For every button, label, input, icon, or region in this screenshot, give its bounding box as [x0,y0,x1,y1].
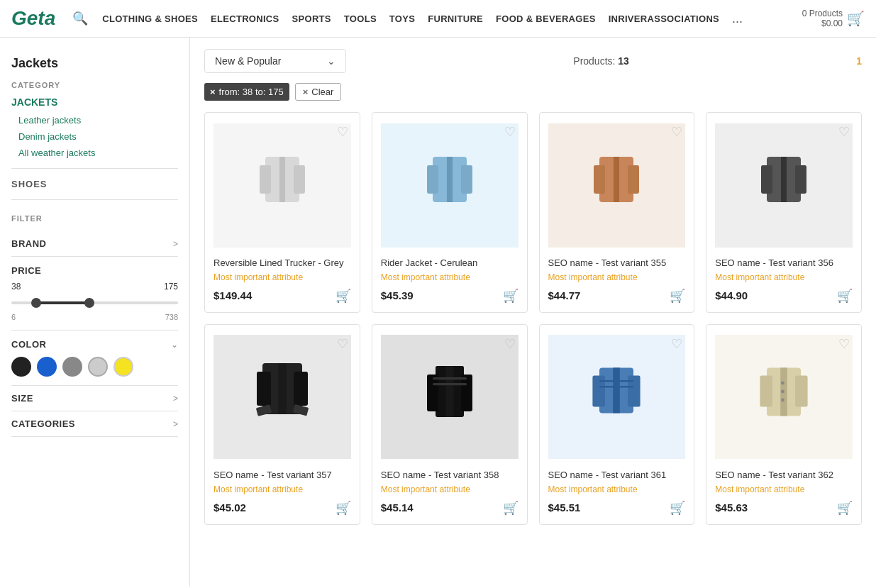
wishlist-button-p1[interactable]: ♡ [337,124,348,140]
product-footer-p6: $45.14 🛒 [381,500,519,516]
product-name-p1: Reversible Lined Trucker - Grey [214,257,351,270]
add-to-cart-button-p6[interactable]: 🛒 [503,500,519,516]
product-image-area-p5: ♡ [214,333,351,461]
sidebar-item-all-weather-jackets[interactable]: All weather jackets [11,148,178,158]
color-swatch-yellow[interactable] [113,357,133,377]
product-grid: ♡ Reversible Lined Trucker - Grey Most i… [204,112,862,525]
wishlist-button-p7[interactable]: ♡ [671,336,682,352]
price-slider[interactable] [11,296,178,310]
svg-rect-9 [594,165,605,194]
add-to-cart-button-p2[interactable]: 🛒 [503,288,519,304]
add-to-cart-button-p5[interactable]: 🛒 [336,500,351,516]
product-footer-p5: $45.02 🛒 [214,500,351,516]
nav-item-electronics[interactable]: ELECTRONICS [211,13,279,24]
add-to-cart-button-p1[interactable]: 🛒 [336,288,351,304]
cart-area[interactable]: 0 Products $0.00 🛒 [802,9,865,28]
nav-item-inriver[interactable]: INRIVERASSOCIATIONS [609,13,719,24]
price-range-tag[interactable]: × from: 38 to: 175 [204,83,289,101]
price-filter-label: PRICE [11,265,178,276]
size-filter-row[interactable]: SIZE > [11,386,178,411]
slider-thumb-right[interactable] [84,298,94,308]
filter-section: FILTER BRAND > PRICE 38 175 [11,214,178,437]
jacket-svg-p7 [588,362,645,433]
filter-section-label: FILTER [11,214,178,223]
categories-filter-label: CATEGORIES [11,418,75,429]
product-price-p1: $149.44 [214,289,252,301]
price-min: 6 [11,313,16,321]
wishlist-button-p6[interactable]: ♡ [504,336,516,352]
clear-filters-button[interactable]: × Clear [295,83,342,101]
svg-rect-17 [257,372,271,406]
brand-filter-label: BRAND [11,238,46,249]
wishlist-button-p2[interactable]: ♡ [504,124,516,140]
nav-item-tools[interactable]: TOOLS [344,13,377,24]
main-content: New & Popular ⌄ Products: 13 1 × from: 3… [190,38,876,587]
nav-item-furniture[interactable]: FURNITURE [428,13,483,24]
filter-divider [11,199,178,200]
color-swatch-gray-light[interactable] [88,357,108,377]
nav-item-sports[interactable]: SPORTS [292,13,331,24]
categories-filter-row[interactable]: CATEGORIES > [11,411,178,437]
sidebar-shoes-label[interactable]: SHOES [11,179,178,189]
cart-product-count: 0 Products [802,9,843,18]
nav-item-food[interactable]: FOOD & BEVERAGES [496,13,596,24]
price-range-values: 38 175 [11,282,178,292]
nav-item-toys[interactable]: TOYS [389,13,415,24]
sort-dropdown[interactable]: New & Popular ⌄ [204,49,346,73]
color-filter-header: COLOR ⌄ [11,339,178,350]
slider-thumb-left[interactable] [31,298,41,308]
price-range-tag-label: from: 38 to: 175 [219,87,284,97]
svg-rect-14 [795,165,806,194]
page-number[interactable]: 1 [856,55,862,67]
product-image-p1 [214,123,351,248]
price-range-tag-remove-icon[interactable]: × [210,87,216,97]
product-footer-p7: $45.51 🛒 [548,500,686,516]
nav-more-button[interactable]: ... [732,11,743,26]
product-name-p8: SEO name - Test variant 362 [715,470,853,482]
wishlist-button-p4[interactable]: ♡ [838,124,850,140]
cart-icon[interactable]: 🛒 [847,10,865,27]
color-chevron-down-icon[interactable]: ⌄ [171,340,178,350]
brand-filter-row[interactable]: BRAND > [11,231,178,257]
product-image-area-p7: ♡ [548,333,686,461]
product-footer-p8: $45.63 🛒 [715,500,853,516]
svg-rect-27 [433,383,467,385]
products-label: Products: [573,55,615,67]
jacket-svg-p3 [588,150,645,221]
color-swatch-black[interactable] [11,357,31,377]
product-image-p2 [381,123,519,248]
price-filter-section: PRICE 38 175 6 738 [11,257,178,331]
product-name-p7: SEO name - Test variant 361 [548,470,686,482]
color-filter-label: COLOR [11,339,46,350]
svg-point-39 [781,389,784,393]
sort-selected-label: New & Popular [215,55,281,67]
product-footer-p4: $44.90 🛒 [715,288,853,304]
svg-rect-36 [795,375,808,406]
sidebar-item-denim-jackets[interactable]: Denim jackets [11,131,178,142]
product-image-p7 [548,335,686,459]
svg-rect-19 [278,363,286,414]
search-icon[interactable]: 🔍 [72,11,88,26]
page-title: Jackets [11,49,178,81]
filter-tags: × from: 38 to: 175 × Clear [204,83,862,101]
jacket-svg-p1 [254,150,311,221]
price-minmax: 6 738 [11,313,178,321]
add-to-cart-button-p8[interactable]: 🛒 [837,500,853,516]
svg-rect-24 [461,375,472,411]
category-section: CATEGORY JACKETS Leather jackets Denim j… [11,81,178,189]
wishlist-button-p5[interactable]: ♡ [337,336,348,352]
nav-item-clothing[interactable]: CLOTHING & SHOES [102,13,198,24]
product-price-p8: $45.63 [715,501,748,514]
logo[interactable]: Geta [11,7,55,30]
clear-icon: × [303,87,309,97]
wishlist-button-p8[interactable]: ♡ [838,336,850,352]
wishlist-button-p3[interactable]: ♡ [671,124,682,140]
add-to-cart-button-p3[interactable]: 🛒 [670,288,685,304]
product-price-p6: $45.14 [381,501,414,514]
add-to-cart-button-p7[interactable]: 🛒 [670,500,685,516]
sidebar-item-leather-jackets[interactable]: Leather jackets [11,115,178,126]
color-swatch-gray-dark[interactable] [62,357,82,377]
add-to-cart-button-p4[interactable]: 🛒 [837,288,853,304]
color-swatch-blue[interactable] [37,357,57,377]
cart-price: $0.00 [802,18,843,28]
